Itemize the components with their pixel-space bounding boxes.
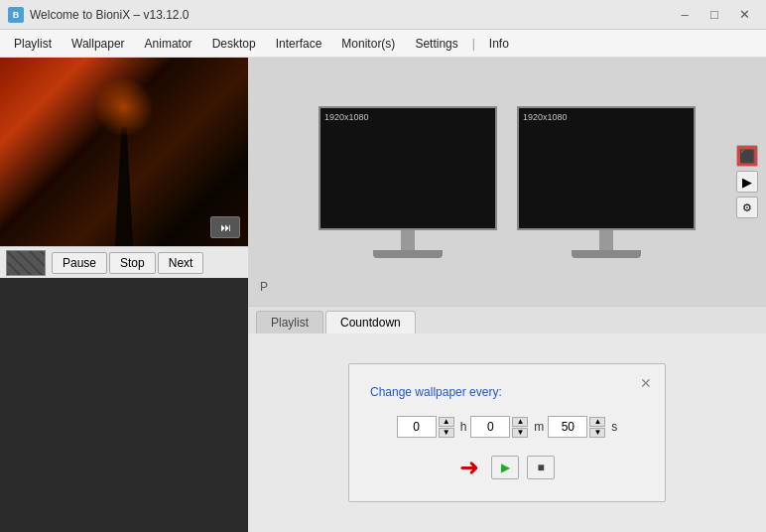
- titlebar: B Welcome to BioniX – v13.12.0 – □ ✕: [0, 0, 766, 30]
- hours-arrows: ▲ ▼: [439, 417, 454, 438]
- pause-button[interactable]: Pause: [52, 252, 107, 274]
- seconds-label: s: [611, 420, 617, 434]
- action-row: ➜ ▶ ■: [369, 454, 645, 481]
- wallpaper-preview: ⏭: [0, 58, 248, 246]
- maximize-button[interactable]: □: [701, 4, 728, 26]
- wrench-button[interactable]: ✕: [635, 372, 657, 394]
- right-side-buttons: ⬛ ▶ ⚙: [736, 145, 758, 218]
- menu-item-interface[interactable]: Interface: [266, 33, 332, 55]
- menu-item-animator[interactable]: Animator: [135, 33, 202, 55]
- hours-input[interactable]: [397, 416, 437, 438]
- advance-button[interactable]: ⏭: [210, 216, 240, 238]
- tab-row: Playlist Countdown: [248, 307, 766, 333]
- seconds-input[interactable]: [548, 416, 587, 438]
- monitor-1-base: [373, 250, 443, 258]
- monitor-2-neck: [599, 230, 613, 250]
- minutes-label: m: [534, 420, 544, 434]
- stop-button[interactable]: Stop: [109, 252, 156, 274]
- hours-label: h: [460, 420, 467, 434]
- tab-playlist[interactable]: Playlist: [256, 311, 323, 333]
- hours-down-arrow[interactable]: ▼: [439, 428, 454, 438]
- left-panel: ⏭ Pause Stop Next: [0, 58, 248, 532]
- navigate-button[interactable]: ▶: [736, 171, 758, 193]
- menu-item-desktop[interactable]: Desktop: [202, 33, 266, 55]
- seconds-arrows: ▲ ▼: [589, 417, 605, 438]
- settings-small-button[interactable]: ⚙: [736, 197, 758, 218]
- hours-up-arrow[interactable]: ▲: [439, 417, 454, 427]
- menu-separator: |: [468, 37, 479, 51]
- app-icon: B: [8, 7, 24, 23]
- minutes-down-arrow[interactable]: ▼: [512, 428, 528, 438]
- p-label: P: [260, 280, 268, 294]
- countdown-title[interactable]: Change wallpaper every:: [369, 384, 503, 400]
- tab-countdown[interactable]: Countdown: [325, 311, 416, 333]
- arrow-indicator: ➜: [459, 454, 479, 481]
- monitor-2-base: [572, 250, 641, 258]
- seconds-group: ▲ ▼: [548, 416, 605, 438]
- hours-group: ▲ ▼: [397, 416, 454, 438]
- stop-countdown-button[interactable]: ■: [527, 456, 555, 479]
- minutes-up-arrow[interactable]: ▲: [512, 417, 528, 427]
- seconds-down-arrow[interactable]: ▼: [589, 428, 605, 438]
- menu-item-info[interactable]: Info: [479, 33, 519, 55]
- minutes-input[interactable]: [470, 416, 510, 438]
- main-area: ⏭ Pause Stop Next 1920x1080 1920x1080: [0, 58, 766, 532]
- thumbnail-preview: [6, 250, 46, 276]
- monitor-2: 1920x1080: [517, 106, 696, 258]
- monitor-1-screen[interactable]: 1920x1080: [319, 106, 497, 230]
- play-countdown-button[interactable]: ▶: [491, 456, 519, 479]
- monitor-1-neck: [401, 230, 415, 250]
- tab-content: Change wallpaper every: ✕ ▲ ▼ h: [248, 333, 766, 532]
- countdown-box: Change wallpaper every: ✕ ▲ ▼ h: [348, 363, 666, 502]
- tabs-area: Playlist Countdown: [248, 306, 766, 333]
- minutes-arrows: ▲ ▼: [512, 417, 528, 438]
- monitor-1: 1920x1080: [319, 106, 497, 258]
- menu-item-monitors[interactable]: Monitor(s): [331, 33, 405, 55]
- minutes-group: ▲ ▼: [470, 416, 528, 438]
- monitor-2-resolution: 1920x1080: [523, 112, 568, 122]
- window-title: Welcome to BioniX – v13.12.0: [30, 8, 671, 22]
- time-controls: ▲ ▼ h ▲ ▼ m: [369, 416, 645, 438]
- menu-item-wallpaper[interactable]: Wallpaper: [62, 33, 135, 55]
- seconds-up-arrow[interactable]: ▲: [589, 417, 605, 427]
- monitor-1-resolution: 1920x1080: [324, 112, 369, 122]
- menu-item-playlist[interactable]: Playlist: [4, 33, 62, 55]
- minimize-button[interactable]: –: [671, 4, 699, 26]
- playback-strip: Pause Stop Next: [0, 246, 248, 278]
- titlebar-controls: – □ ✕: [671, 4, 758, 26]
- monitors-area: 1920x1080 1920x1080 P ⬛ ▶ ⚙: [248, 58, 766, 306]
- close-button[interactable]: ✕: [730, 4, 758, 26]
- menu-item-settings[interactable]: Settings: [405, 33, 467, 55]
- right-panel: 1920x1080 1920x1080 P ⬛ ▶ ⚙: [248, 58, 766, 532]
- alert-button[interactable]: ⬛: [736, 145, 758, 167]
- monitor-2-screen[interactable]: 1920x1080: [517, 106, 696, 230]
- menubar: Playlist Wallpaper Animator Desktop Inte…: [0, 30, 766, 58]
- next-button[interactable]: Next: [158, 252, 204, 274]
